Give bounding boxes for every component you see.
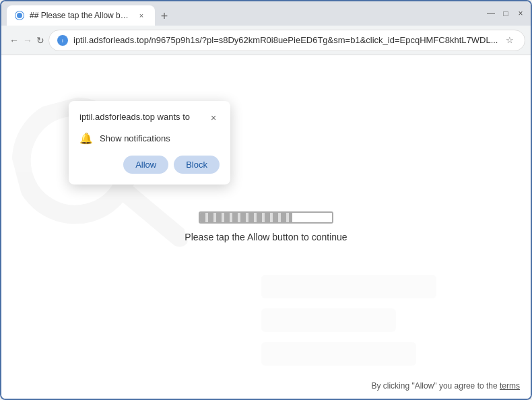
maximize-button[interactable]: □ — [501, 9, 510, 18]
popup-title: iptil.adsforleads.top wants to — [79, 112, 190, 122]
window-controls: — □ × — [486, 9, 525, 18]
content-area: Please tap the Allow button to continue … — [1, 55, 531, 399]
footer-text: By clicking "Allow" you agree to the — [371, 381, 500, 391]
address-bar-actions: ☆ — [503, 34, 517, 47]
nav-right-icons: ⬇ 👤 ⋮ — [529, 31, 532, 50]
new-tab-button[interactable]: + — [155, 7, 174, 26]
forward-button[interactable]: → — [23, 31, 32, 50]
url-text: iptil.adsforleads.top/n9675p9h1s/?pl=s8D… — [73, 35, 498, 45]
refresh-button[interactable]: ↻ — [36, 31, 44, 50]
svg-text:i: i — [62, 38, 63, 44]
popup-close-button[interactable]: × — [207, 112, 220, 124]
notification-label: Show notifications — [100, 133, 170, 143]
close-button[interactable]: × — [516, 9, 525, 18]
progress-bar — [199, 211, 333, 224]
page-footer: By clicking "Allow" you agree to the ter… — [371, 381, 520, 391]
download-button[interactable]: ⬇ — [529, 31, 532, 50]
back-button[interactable]: ← — [9, 31, 19, 50]
address-bar[interactable]: i iptil.adsforleads.top/n9675p9h1s/?pl=s… — [48, 30, 525, 51]
active-tab[interactable]: ## Please tap the Allow button × — [7, 5, 155, 26]
browser-window: ## Please tap the Allow button × + — □ ×… — [0, 0, 532, 400]
block-button[interactable]: Block — [174, 156, 220, 174]
page-message: Please tap the Allow button to continue — [185, 232, 347, 242]
tab-close-button[interactable]: × — [136, 10, 147, 21]
progress-bar-fill — [200, 213, 292, 222]
allow-button[interactable]: Allow — [123, 156, 168, 174]
tab-title: ## Please tap the Allow button — [30, 11, 131, 20]
minimize-button[interactable]: — — [486, 9, 496, 18]
security-icon: i — [57, 35, 68, 46]
navigation-bar: ← → ↻ i iptil.adsforleads.top/n9675p9h1s… — [1, 26, 531, 55]
tab-bar: ## Please tap the Allow button × + — [7, 1, 482, 26]
popup-buttons: Allow Block — [79, 156, 220, 174]
bell-icon: 🔔 — [79, 132, 93, 145]
title-bar: ## Please tap the Allow button × + — □ × — [1, 1, 531, 26]
terms-link[interactable]: terms — [500, 381, 520, 391]
tab-favicon — [15, 11, 24, 20]
notification-popup: iptil.adsforleads.top wants to × 🔔 Show … — [69, 101, 230, 185]
bookmark-button[interactable]: ☆ — [503, 34, 517, 47]
popup-notification-row: 🔔 Show notifications — [79, 132, 220, 145]
popup-header: iptil.adsforleads.top wants to × — [79, 112, 220, 124]
